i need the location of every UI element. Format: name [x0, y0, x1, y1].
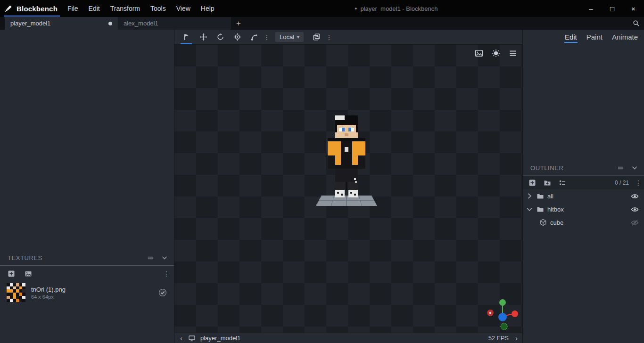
textures-panel-header: TEXTURES: [0, 250, 174, 265]
viewport-menu-icon[interactable]: [508, 49, 518, 58]
tab-label: player_model1: [10, 20, 50, 27]
minimize-button[interactable]: –: [580, 0, 602, 17]
center-column: ⋮ Local ▾ ⋮: [174, 30, 522, 343]
main-toolbar: ⋮ Local ▾ ⋮: [174, 30, 522, 44]
vertex-snap-tool-button[interactable]: [246, 30, 262, 44]
transform-space-dropdown[interactable]: Local ▾: [275, 32, 304, 42]
outliner-overflow-button[interactable]: ⋮: [635, 175, 642, 190]
blockbench-logo-icon: [4, 4, 13, 13]
transform-space-value: Local: [280, 33, 294, 41]
toolbar-overflow-button-2[interactable]: ⋮: [325, 30, 333, 44]
create-texture-button[interactable]: [24, 269, 33, 278]
menu-file[interactable]: File: [62, 0, 83, 17]
add-cube-button[interactable]: [528, 178, 537, 188]
move-tool-button[interactable]: [178, 30, 194, 44]
pivot-tool-button[interactable]: [229, 30, 245, 44]
texture-thumbnail: [7, 283, 25, 302]
import-texture-button[interactable]: [7, 269, 16, 278]
statusbar: ‹ player_model1 52 FPS ›: [174, 333, 522, 343]
lighting-icon[interactable]: [491, 49, 501, 58]
visibility-toggle-off[interactable]: [630, 218, 639, 227]
tab-modified-indicator: [108, 22, 112, 25]
add-group-button[interactable]: [543, 178, 552, 188]
outliner-panel-header: OUTLINER: [523, 160, 644, 175]
texture-item[interactable]: tnOri (1).png 64 x 64px: [0, 281, 174, 304]
new-tab-button[interactable]: +: [231, 17, 246, 30]
texture-saved-icon[interactable]: [158, 288, 167, 297]
outliner-row-cube[interactable]: cube: [523, 216, 644, 229]
folder-icon: [537, 192, 544, 200]
maximize-button[interactable]: □: [602, 0, 623, 17]
panel-menu-icon[interactable]: [616, 163, 625, 172]
app-menu-button[interactable]: Blockbench: [0, 0, 62, 17]
menu-transform[interactable]: Transform: [105, 0, 145, 17]
svg-text:X: X: [489, 311, 492, 315]
close-button[interactable]: ×: [623, 0, 644, 17]
right-panel: Edit Paint Animate OUTLINER: [522, 30, 644, 343]
folder-icon: [537, 205, 544, 213]
menu-tools[interactable]: Tools: [145, 0, 171, 17]
duplicate-tool-button[interactable]: [308, 30, 324, 44]
menu-view[interactable]: View: [171, 0, 196, 17]
mode-tab-paint[interactable]: Paint: [586, 31, 603, 43]
player-model: [316, 115, 377, 214]
search-icon: [633, 20, 640, 27]
tab-label: alex_model1: [124, 20, 158, 27]
outliner-row-all[interactable]: all: [523, 189, 644, 203]
previous-project-button[interactable]: ‹: [179, 334, 183, 342]
texture-name: tnOri (1).png: [31, 286, 66, 293]
rotate-tool-button[interactable]: [212, 30, 228, 44]
next-project-button[interactable]: ›: [514, 334, 519, 342]
search-button[interactable]: [628, 17, 644, 30]
outliner-item-label: hitbox: [547, 206, 564, 213]
mode-tab-animate[interactable]: Animate: [611, 31, 638, 43]
cube-icon: [539, 219, 547, 226]
tab-alex-model1[interactable]: alex_model1: [118, 17, 231, 30]
project-format-icon: [188, 335, 196, 342]
panel-menu-icon[interactable]: [146, 253, 155, 262]
visibility-toggle-on[interactable]: [630, 204, 639, 214]
background-image-icon[interactable]: [474, 49, 484, 58]
blockbench-window: Blockbench File Edit Transform Tools Vie…: [0, 0, 644, 343]
collapse-panel-icon[interactable]: [630, 163, 639, 172]
chevron-down-icon: ▾: [297, 34, 299, 40]
visibility-toggle-on[interactable]: [630, 191, 639, 201]
modified-indicator: ●: [355, 6, 357, 11]
outliner-item-label: all: [547, 193, 553, 200]
window-controls: – □ ×: [580, 0, 644, 17]
collapse-panel-icon[interactable]: [160, 253, 169, 262]
menu-edit[interactable]: Edit: [83, 0, 105, 17]
left-panel: TEXTURES ⋮: [0, 30, 174, 343]
viewport-overlay-toolbar: [474, 49, 518, 58]
titlebar: Blockbench File Edit Transform Tools Vie…: [0, 0, 644, 17]
resize-tool-button[interactable]: [195, 30, 211, 44]
textures-toolbar: ⋮: [0, 265, 174, 281]
view-axis-gizmo[interactable]: X: [486, 298, 519, 331]
outliner-title: OUTLINER: [530, 164, 564, 172]
project-tabbar: player_model1 alex_model1 +: [0, 17, 644, 30]
texture-size: 64 x 64px: [31, 294, 66, 300]
toggle-options-button[interactable]: [558, 178, 567, 188]
brand-active-underline: [4, 16, 60, 16]
menu-help[interactable]: Help: [196, 0, 220, 17]
textures-title: TEXTURES: [8, 254, 42, 261]
mode-tabs: Edit Paint Animate: [523, 30, 644, 44]
tab-player-model1[interactable]: player_model1: [5, 17, 118, 30]
status-project-name: player_model1: [200, 335, 240, 342]
brand-label: Blockbench: [17, 5, 58, 13]
toolbar-overflow-button[interactable]: ⋮: [263, 30, 271, 44]
outliner-item-label: cube: [550, 219, 563, 226]
selection-count: 0 / 21: [615, 180, 629, 186]
window-title-text: player_model1 - Blockbench: [360, 5, 438, 12]
window-title: ● player_model1 - Blockbench: [355, 0, 438, 17]
outliner-toolbar: 0 / 21 ⋮: [523, 175, 644, 189]
3d-viewport[interactable]: X: [174, 44, 522, 333]
fps-counter: 52 FPS: [488, 335, 509, 342]
chevron-down-icon[interactable]: [526, 205, 533, 213]
chevron-right-icon[interactable]: [526, 192, 533, 200]
mode-tab-edit[interactable]: Edit: [564, 31, 578, 43]
textures-overflow-button[interactable]: ⋮: [163, 266, 170, 281]
outliner-row-hitbox[interactable]: hitbox: [523, 203, 644, 216]
